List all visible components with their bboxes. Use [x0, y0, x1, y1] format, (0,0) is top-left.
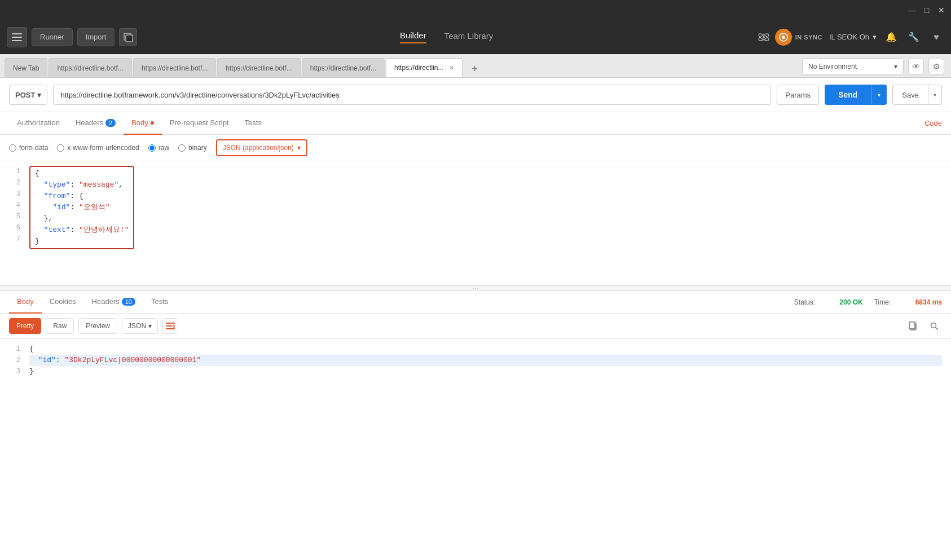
new-window-button[interactable] — [119, 28, 137, 46]
user-menu-button[interactable]: IL SEOK Oh ▾ — [829, 33, 877, 41]
req-tab-body[interactable]: Body — [124, 112, 162, 135]
resp-tab-body[interactable]: Body — [9, 291, 42, 314]
response-format-select[interactable]: JSON ▾ — [122, 318, 158, 334]
tab-close-5[interactable]: ✕ — [449, 64, 454, 72]
resp-tab-cookies[interactable]: Cookies — [42, 291, 84, 314]
tab-0[interactable]: New Tab — [5, 58, 47, 77]
url-input[interactable] — [53, 85, 771, 105]
resp-code-content: { "id": "3Dk2pLyFLvc|00000000000000001" … — [29, 343, 942, 377]
body-dot — [151, 121, 154, 125]
request-bar: POST ▾ Params Send ▾ Save ▾ — [0, 78, 951, 112]
save-dropdown-button[interactable]: ▾ — [928, 85, 942, 105]
environment-chevron: ▾ — [894, 63, 897, 70]
svg-point-7 — [763, 36, 765, 38]
wrap-button[interactable] — [162, 318, 178, 334]
req-tab-label-0: Authorization — [17, 118, 60, 127]
search-button[interactable] — [926, 318, 942, 334]
close-button[interactable]: ✕ — [936, 5, 946, 15]
runner-button[interactable]: Runner — [32, 28, 73, 46]
tab-1[interactable]: https://directline.botf... — [49, 58, 131, 77]
title-bar: — □ ✕ — [0, 0, 951, 20]
svg-rect-11 — [166, 325, 173, 327]
add-tab-button[interactable]: + — [466, 60, 483, 77]
tab-4[interactable]: https://directline.botf... — [302, 58, 385, 77]
urlencoded-radio[interactable] — [57, 144, 64, 152]
tab-label-0: New Tab — [13, 64, 39, 72]
line-numbers: 1 2 3 4 5 6 7 — [9, 166, 20, 250]
pretty-button[interactable]: Pretty — [9, 318, 41, 334]
sync-status-label: IN SYNC — [795, 34, 822, 41]
save-button[interactable]: Save — [892, 85, 928, 105]
tab-2[interactable]: https://directline.botf... — [133, 58, 216, 77]
nav-team-library[interactable]: Team Library — [444, 31, 494, 43]
resp-tab-headers[interactable]: Headers 10 — [84, 291, 143, 314]
status-label: Status: — [794, 298, 815, 306]
sidebar-toggle-button[interactable] — [7, 27, 27, 47]
tab-label-1: https://directline.botf... — [57, 64, 123, 72]
eye-button[interactable]: 👁 — [908, 59, 924, 74]
sync-area: IN SYNC — [756, 29, 822, 46]
form-data-radio[interactable] — [9, 144, 16, 152]
response-area: Body Cookies Headers 10 Tests Status: 20… — [0, 291, 951, 560]
resp-editor-lines: 1 2 3 { "id": "3Dk2pLyFLvc|0000000000000… — [9, 343, 942, 377]
req-tab-tests[interactable]: Tests — [237, 112, 270, 135]
body-options: form-data x-www-form-urlencoded raw bina… — [0, 135, 951, 161]
urlencoded-label: x-www-form-urlencoded — [67, 144, 139, 152]
svg-rect-4 — [126, 35, 133, 42]
send-button-group: Send ▾ — [825, 85, 887, 105]
resp-format-chevron: ▾ — [148, 322, 152, 330]
favorites-button[interactable]: ♥ — [928, 29, 944, 45]
send-dropdown-button[interactable]: ▾ — [871, 85, 887, 105]
response-body-editor: 1 2 3 { "id": "3Dk2pLyFLvc|0000000000000… — [0, 339, 951, 560]
headers-badge: 2 — [105, 119, 116, 127]
settings-button[interactable]: 🔧 — [906, 29, 922, 45]
environment-select[interactable]: No Environment ▾ — [802, 58, 904, 75]
tab-5[interactable]: https://directlin... ✕ — [386, 58, 463, 77]
copy-button[interactable] — [905, 318, 921, 334]
minimize-button[interactable]: — — [907, 5, 917, 15]
form-data-option[interactable]: form-data — [9, 144, 48, 152]
request-body-editor[interactable]: 1 2 3 4 5 6 7 { "type": "message", "from… — [0, 161, 951, 285]
svg-rect-14 — [909, 322, 915, 329]
binary-radio[interactable] — [178, 144, 186, 152]
header-nav: Builder Team Library — [142, 30, 751, 43]
resp-line-numbers: 1 2 3 — [9, 343, 20, 377]
maximize-button[interactable]: □ — [922, 5, 932, 15]
code-link[interactable]: Code — [924, 119, 942, 127]
tab-label-3: https://directline.botf... — [226, 64, 292, 72]
json-format-select[interactable]: JSON (application/json) ▾ — [216, 139, 307, 156]
resp-tab-tests[interactable]: Tests — [143, 291, 176, 314]
tabs-bar: New Tab https://directline.botf... https… — [0, 54, 951, 78]
method-chevron: ▾ — [37, 91, 41, 99]
req-tab-authorization[interactable]: Authorization — [9, 112, 68, 135]
nav-builder[interactable]: Builder — [400, 30, 426, 43]
urlencoded-option[interactable]: x-www-form-urlencoded — [57, 144, 139, 152]
svg-rect-0 — [12, 33, 22, 34]
time-label: Time: — [874, 298, 891, 306]
response-tabs-bar: Body Cookies Headers 10 Tests Status: 20… — [0, 291, 951, 314]
json-format-label: JSON (application/json) — [223, 144, 294, 152]
req-tab-label-1: Headers — [76, 118, 103, 127]
method-select[interactable]: POST ▾ — [9, 85, 47, 105]
req-tab-prerequest[interactable]: Pre-request Script — [162, 112, 237, 135]
user-chevron: ▾ — [873, 33, 877, 41]
resp-tab-label-1: Cookies — [50, 297, 76, 306]
import-button[interactable]: Import — [77, 28, 115, 46]
raw-button[interactable]: Raw — [46, 318, 74, 334]
notification-button[interactable]: 🔔 — [883, 29, 899, 45]
req-tab-headers[interactable]: Headers 2 — [68, 112, 124, 135]
response-tabs: Body Cookies Headers 10 Tests — [9, 291, 794, 314]
send-button[interactable]: Send — [825, 85, 871, 105]
preview-button[interactable]: Preview — [78, 318, 117, 334]
json-format-chevron: ▾ — [297, 144, 301, 152]
tab-3[interactable]: https://directline.botf... — [217, 58, 300, 77]
resize-handle[interactable]: ⋯ — [0, 285, 951, 291]
params-button[interactable]: Params — [777, 85, 819, 105]
tabs-right: No Environment ▾ 👁 ⚙ — [802, 58, 951, 77]
raw-radio[interactable] — [148, 144, 156, 152]
binary-option[interactable]: binary — [178, 144, 207, 152]
settings-env-button[interactable]: ⚙ — [928, 59, 944, 74]
editor-lines: 1 2 3 4 5 6 7 { "type": "message", "from… — [9, 166, 942, 250]
raw-option[interactable]: raw — [148, 144, 169, 152]
user-name: IL SEOK Oh — [829, 33, 869, 41]
